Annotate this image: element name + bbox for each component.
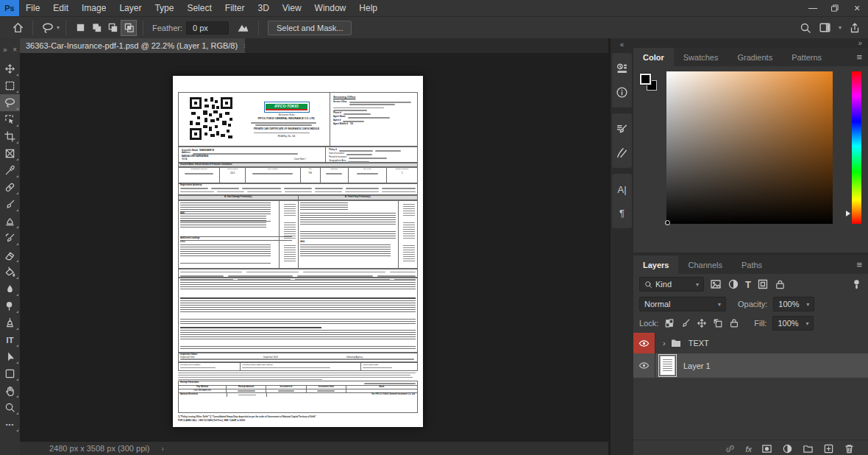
- paint-bucket-tool[interactable]: [0, 264, 20, 281]
- menu-type[interactable]: Type: [148, 0, 180, 16]
- dodge-tool[interactable]: [0, 297, 20, 314]
- tab-channels[interactable]: Channels: [678, 255, 731, 274]
- close-window-icon[interactable]: ×: [846, 0, 868, 16]
- new-selection-icon[interactable]: [72, 20, 88, 36]
- info-panel-icon[interactable]: [612, 80, 632, 104]
- paragraph-panel-icon[interactable]: ¶: [612, 201, 632, 225]
- foreground-color-swatch[interactable]: [640, 74, 651, 85]
- intersect-selection-icon[interactable]: [121, 20, 137, 36]
- rectangular-marquee-tool[interactable]: [0, 77, 20, 94]
- layer-visibility-eye-icon[interactable]: [633, 353, 655, 378]
- link-layers-icon[interactable]: [725, 443, 736, 454]
- lock-artboard-icon[interactable]: [713, 318, 723, 328]
- layer-group-row[interactable]: › TEXT: [633, 333, 868, 353]
- type-filter-icon[interactable]: T: [745, 280, 751, 289]
- menu-filter[interactable]: Filter: [218, 0, 252, 16]
- menu-3d[interactable]: 3D: [251, 0, 275, 16]
- menu-image[interactable]: Image: [75, 0, 113, 16]
- blend-mode-dropdown[interactable]: Normal ▾: [639, 297, 726, 311]
- home-icon[interactable]: [9, 19, 26, 37]
- brushes-panel-icon[interactable]: [612, 141, 632, 164]
- share-icon[interactable]: [849, 22, 861, 34]
- tab-swatches[interactable]: Swatches: [674, 48, 728, 66]
- hue-slider[interactable]: [852, 71, 861, 224]
- path-selection-tool[interactable]: [0, 348, 20, 365]
- shape-filter-icon[interactable]: [757, 278, 769, 290]
- crop-tool[interactable]: [0, 128, 20, 145]
- blur-tool[interactable]: [0, 281, 20, 297]
- color-panel-menu-icon[interactable]: ≡: [856, 48, 862, 66]
- pen-tool[interactable]: [0, 314, 20, 331]
- lasso-tool[interactable]: [0, 94, 20, 111]
- lock-position-icon[interactable]: [697, 318, 707, 328]
- menu-layer[interactable]: Layer: [113, 0, 148, 16]
- move-tool[interactable]: [0, 60, 20, 77]
- frame-tool[interactable]: [0, 145, 20, 162]
- smart-object-filter-icon[interactable]: [775, 279, 786, 290]
- subtract-from-selection-icon[interactable]: [104, 20, 121, 36]
- menu-view[interactable]: View: [276, 0, 308, 16]
- layer-thumbnail[interactable]: [660, 356, 675, 375]
- menu-select[interactable]: Select: [180, 0, 218, 16]
- photoshop-logo[interactable]: Ps: [0, 0, 19, 16]
- more-tools-icon[interactable]: •••: [0, 416, 20, 433]
- new-layer-icon[interactable]: [823, 443, 834, 454]
- tool-preset-chevron-icon[interactable]: ▾: [57, 24, 60, 31]
- object-selection-tool[interactable]: [0, 111, 20, 128]
- add-to-selection-icon[interactable]: [88, 20, 104, 36]
- brush-settings-panel-icon[interactable]: [612, 117, 632, 141]
- lock-transparency-icon[interactable]: [664, 318, 675, 328]
- document-tab[interactable]: 36363-Car-Insurance-pdf-1.psd @ 22.2% (L…: [20, 38, 245, 53]
- fill-input[interactable]: 100% ▾: [772, 316, 814, 331]
- tab-close-icon[interactable]: ×: [243, 41, 245, 50]
- lock-all-icon[interactable]: [729, 318, 739, 328]
- dock-collapse-icon[interactable]: «: [611, 38, 633, 50]
- feather-input[interactable]: 0 px: [186, 21, 229, 35]
- group-visibility-eye-icon[interactable]: [633, 333, 655, 353]
- healing-brush-tool[interactable]: [0, 179, 20, 196]
- workspace-chevron-icon[interactable]: ▾: [839, 24, 842, 31]
- layer-row-selected[interactable]: Layer 1: [633, 353, 868, 378]
- status-chevron-icon[interactable]: ›: [161, 445, 163, 453]
- adjustment-filter-icon[interactable]: [728, 278, 739, 290]
- tab-patterns[interactable]: Patterns: [782, 48, 831, 66]
- menu-window[interactable]: Window: [308, 0, 353, 16]
- toolbar-expand-icon[interactable]: »: [3, 46, 7, 54]
- adjustment-layer-icon[interactable]: [782, 443, 793, 454]
- canvas-area[interactable]: IFFCO-TOKIO Muskurate Raho IFFCO-TOKIO G…: [20, 53, 608, 442]
- anti-alias-icon[interactable]: [235, 19, 252, 37]
- tab-color[interactable]: Color: [633, 48, 674, 66]
- eyedropper-tool[interactable]: [0, 162, 20, 179]
- tab-gradients[interactable]: Gradients: [728, 48, 782, 66]
- document-page[interactable]: IFFCO-TOKIO Muskurate Raho IFFCO-TOKIO G…: [173, 76, 423, 427]
- tab-layers[interactable]: Layers: [633, 255, 678, 274]
- rectangle-tool[interactable]: [0, 365, 20, 382]
- menu-edit[interactable]: Edit: [46, 0, 75, 16]
- toolbar-close-icon[interactable]: ×: [13, 46, 17, 54]
- zoom-tool[interactable]: [0, 399, 20, 416]
- tab-paths[interactable]: Paths: [732, 255, 772, 274]
- menu-file[interactable]: File: [19, 0, 46, 16]
- workspace-icon[interactable]: [819, 21, 831, 34]
- filter-kind-dropdown[interactable]: Kind ▾: [639, 277, 704, 292]
- pixel-filter-icon[interactable]: [710, 278, 722, 290]
- lasso-tool-preset-icon[interactable]: [39, 19, 57, 37]
- menu-help[interactable]: Help: [352, 0, 384, 16]
- layer-filter-toggle[interactable]: [851, 279, 862, 290]
- saturation-brightness-box[interactable]: [666, 71, 833, 224]
- opacity-input[interactable]: 100% ▾: [773, 297, 814, 311]
- group-expand-icon[interactable]: ›: [663, 339, 666, 348]
- select-and-mask-button[interactable]: Select and Mask...: [268, 21, 352, 35]
- panels-collapse-icon[interactable]: »: [858, 39, 862, 47]
- search-icon[interactable]: [800, 22, 811, 34]
- layer-style-fx-icon[interactable]: fx: [745, 445, 752, 454]
- color-cursor[interactable]: [665, 220, 670, 225]
- new-group-icon[interactable]: [803, 443, 814, 454]
- delete-layer-icon[interactable]: [844, 443, 855, 454]
- character-panel-icon[interactable]: A|: [612, 177, 632, 201]
- history-brush-tool[interactable]: [0, 230, 20, 247]
- add-mask-icon[interactable]: [761, 443, 772, 454]
- lock-pixels-icon[interactable]: [680, 318, 691, 328]
- eraser-tool[interactable]: [0, 247, 20, 264]
- type-tool[interactable]: IT: [0, 331, 20, 348]
